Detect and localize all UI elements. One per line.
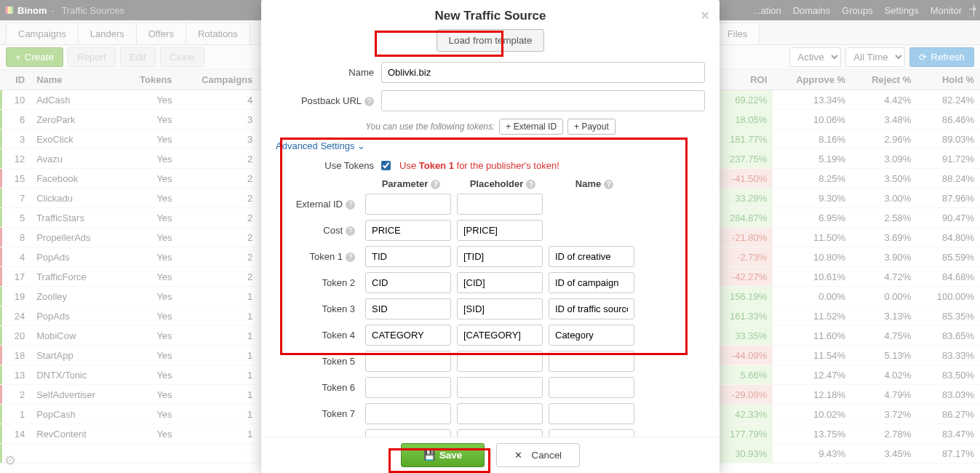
- cancel-button[interactable]: ✕ Cancel: [496, 443, 580, 467]
- token-externalid-button[interactable]: + External ID: [499, 119, 563, 135]
- token-payout-button[interactable]: + Payout: [567, 119, 616, 135]
- highlight-annotation: [375, 31, 503, 57]
- placeholder-input[interactable]: [457, 377, 543, 398]
- name-input[interactable]: [381, 62, 705, 83]
- postback-hint: You can use the following tokens: + Exte…: [276, 119, 705, 135]
- modal-title: New Traffic Source: [434, 9, 546, 23]
- token-row: Token 6: [276, 377, 705, 398]
- name-label: Name: [276, 67, 381, 78]
- param-input[interactable]: [365, 377, 451, 398]
- postback-label: Postback URL?: [276, 95, 381, 106]
- postback-input[interactable]: [381, 90, 705, 111]
- help-icon[interactable]: ?: [364, 97, 374, 106]
- param-input[interactable]: [365, 403, 451, 424]
- param-input[interactable]: [365, 429, 451, 437]
- tokenname-input[interactable]: [549, 429, 634, 437]
- placeholder-input[interactable]: [457, 429, 543, 437]
- token-row: Token 8: [276, 429, 705, 437]
- token-row: Token 7: [276, 403, 705, 424]
- close-icon[interactable]: ×: [701, 7, 709, 24]
- tokenname-input[interactable]: [549, 377, 634, 398]
- save-button[interactable]: 💾 Save: [401, 443, 485, 467]
- placeholder-input[interactable]: [457, 403, 543, 424]
- tokenname-input[interactable]: [549, 403, 634, 424]
- highlight-annotation: [280, 138, 688, 355]
